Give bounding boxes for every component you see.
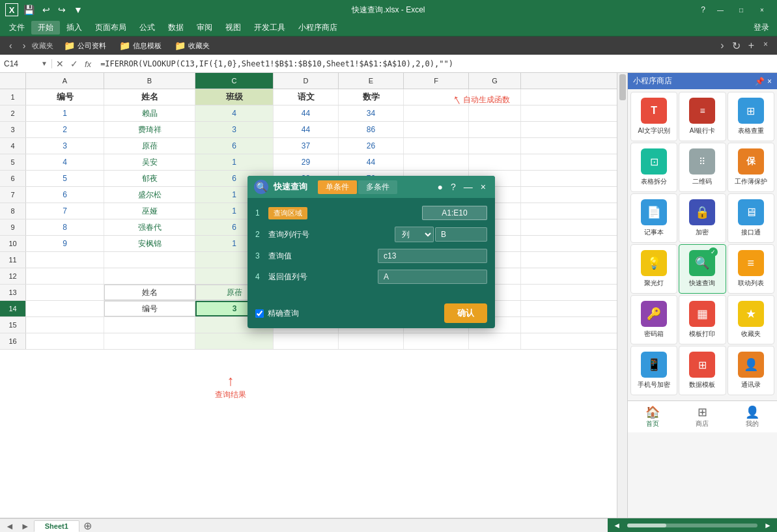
cell-b1[interactable]: 姓名 (104, 89, 195, 105)
dialog-help-button[interactable]: ? (448, 182, 459, 192)
col-header-e[interactable]: E (339, 73, 404, 89)
sidebar-item-data-template[interactable]: ⊞ 数据模板 (679, 346, 726, 395)
cell-e16[interactable] (339, 333, 404, 349)
cell-b15[interactable] (104, 317, 195, 333)
cell-f4[interactable] (404, 138, 469, 154)
col-header-b[interactable]: B (104, 73, 195, 89)
cell-b13[interactable]: 姓名 (104, 285, 195, 300)
exact-match-check[interactable] (255, 309, 264, 318)
bookmark-template[interactable]: 📁 信息模板 (114, 39, 167, 52)
cell-a14[interactable] (26, 301, 104, 316)
sidebar-item-linked-list[interactable]: ≡ 联动列表 (728, 244, 774, 294)
scrollbar-thumb[interactable] (619, 74, 626, 100)
row-num-10[interactable]: 10 (0, 236, 26, 251)
formula-input[interactable] (95, 59, 777, 68)
cell-reference[interactable]: C14 ▼ (0, 59, 52, 68)
redo-button[interactable]: ↪ (55, 3, 68, 16)
cell-a2[interactable]: 1 (26, 105, 104, 121)
cell-g4[interactable] (469, 138, 521, 154)
row-num-15[interactable]: 15 (0, 317, 26, 333)
cell-e4[interactable]: 26 (339, 138, 404, 154)
cell-d1[interactable]: 语文 (274, 89, 339, 105)
sheet-tab-sheet1[interactable]: Sheet1 (34, 520, 79, 532)
cell-f5[interactable] (404, 154, 469, 170)
cell-a16[interactable] (26, 333, 104, 349)
login-button[interactable]: 登录 (754, 22, 774, 33)
bookmark-add[interactable]: + (746, 38, 757, 53)
cell-c16[interactable] (195, 333, 274, 349)
row-num-14[interactable]: 14 (0, 301, 26, 316)
sidebar-close[interactable]: × (767, 77, 772, 86)
help-icon[interactable]: ? (701, 5, 705, 14)
row-num-12[interactable]: 12 (0, 268, 26, 284)
horizontal-scrollbar[interactable]: ◄ ► (608, 518, 777, 532)
add-sheet-button[interactable]: ⊕ (81, 520, 94, 532)
bookmark-forward[interactable]: › (19, 39, 30, 52)
maximize-button[interactable]: □ (731, 3, 751, 16)
bookmark-company[interactable]: 📁 公司资料 (59, 39, 111, 52)
sidebar-item-favorites[interactable]: ★ 收藏夹 (728, 295, 774, 344)
cell-d2[interactable]: 44 (274, 105, 339, 121)
sidebar-item-qrcode[interactable]: ⠿ 二维码 (679, 143, 726, 192)
cell-a15[interactable] (26, 317, 104, 333)
dialog-tab-multi[interactable]: 多条件 (358, 180, 397, 194)
query-area-value[interactable]: A1:E10 (422, 206, 487, 220)
menu-view[interactable]: 视图 (219, 21, 247, 35)
cell-b6[interactable]: 郁夜 (104, 171, 195, 186)
sheet-nav-right[interactable]: ► (18, 521, 33, 531)
cell-c5[interactable]: 1 (195, 154, 274, 170)
customize-button[interactable]: ▼ (71, 3, 85, 16)
sidebar-nav-home[interactable]: 🏠 首页 (628, 401, 677, 432)
cell-b12[interactable] (104, 268, 195, 284)
dialog-minimize-button[interactable]: — (461, 182, 475, 192)
cell-d3[interactable]: 44 (274, 122, 339, 137)
cell-e2[interactable]: 34 (339, 105, 404, 121)
row-num-13[interactable]: 13 (0, 285, 26, 300)
minimize-button[interactable]: — (711, 3, 730, 16)
cell-a10[interactable]: 9 (26, 236, 104, 251)
bookmark-back[interactable]: ‹ (5, 39, 16, 52)
cell-b8[interactable]: 巫娅 (104, 203, 195, 219)
row-num-3[interactable]: 3 (0, 122, 26, 137)
sidebar-item-quick-query[interactable]: ✓ 🔍 快速查询 (679, 244, 726, 294)
cell-e5[interactable]: 44 (339, 154, 404, 170)
sidebar-nav-store[interactable]: ⊞ 商店 (677, 401, 727, 432)
cell-a7[interactable]: 6 (26, 187, 104, 203)
cell-b3[interactable]: 费琦祥 (104, 122, 195, 137)
cell-b14[interactable]: 编号 (104, 301, 195, 316)
dialog-close-button[interactable]: × (478, 182, 488, 192)
cell-b16[interactable] (104, 333, 195, 349)
sidebar-item-spotlight[interactable]: 💡 聚光灯 (630, 244, 677, 294)
sidebar-pin[interactable]: 📌 (755, 77, 765, 86)
cell-c4[interactable]: 6 (195, 138, 274, 154)
cell-g16[interactable] (469, 333, 521, 349)
col-header-g[interactable]: G (469, 73, 521, 89)
sheet-nav-left[interactable]: ◄ (3, 521, 17, 531)
col-input[interactable] (435, 227, 487, 242)
menu-miniapp[interactable]: 小程序商店 (292, 21, 344, 35)
cell-g3[interactable] (469, 122, 521, 137)
cell-a6[interactable]: 5 (26, 171, 104, 186)
cell-d5[interactable]: 29 (274, 154, 339, 170)
sidebar-item-ai-bank[interactable]: ≡ AI银行卡 (679, 92, 726, 141)
h-scrollbar-thumb[interactable] (627, 524, 666, 527)
cell-e3[interactable]: 86 (339, 122, 404, 137)
h-scrollbar-track[interactable] (627, 524, 757, 527)
cell-b5[interactable]: 吴安 (104, 154, 195, 170)
return-col-input[interactable] (378, 270, 487, 284)
insert-function-button[interactable]: fx (83, 59, 92, 69)
menu-insert[interactable]: 插入 (60, 21, 89, 35)
row-num-7[interactable]: 7 (0, 187, 26, 203)
close-button[interactable]: × (752, 3, 772, 16)
cell-c3[interactable]: 3 (195, 122, 274, 137)
bookmark-refresh[interactable]: ↻ (729, 38, 743, 53)
cell-b10[interactable]: 安枫锦 (104, 236, 195, 251)
menu-review[interactable]: 审阅 (190, 21, 219, 35)
cell-a3[interactable]: 2 (26, 122, 104, 137)
cell-g5[interactable] (469, 154, 521, 170)
col-header-c[interactable]: C (195, 73, 274, 89)
confirm-button[interactable]: 确认 (444, 303, 487, 323)
row-num-2[interactable]: 2 (0, 105, 26, 121)
sidebar-item-template-print[interactable]: ▦ 模板打印 (679, 295, 726, 344)
menu-data[interactable]: 数据 (162, 21, 190, 35)
